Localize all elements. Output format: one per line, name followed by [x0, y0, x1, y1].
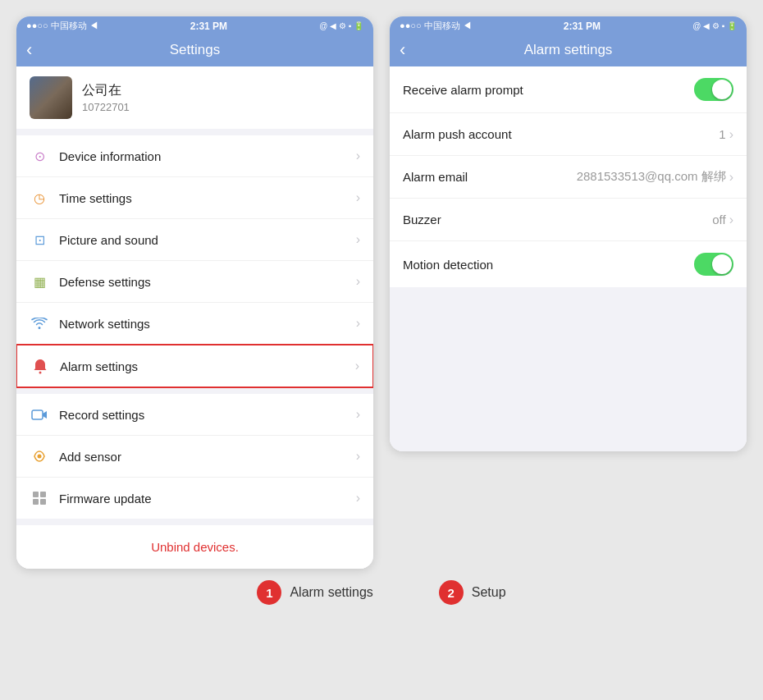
- status-left-2: ●●○○ 中国移动 ◀: [400, 20, 472, 32]
- menu-label-firmware-update: Firmware update: [59, 492, 356, 506]
- toggle-knob-receive: [712, 80, 732, 99]
- status-center-2: 2:31 PM: [564, 21, 601, 32]
- gray-background: [390, 287, 747, 451]
- chevron-record-settings: ›: [356, 407, 360, 422]
- menu-label-alarm-settings: Alarm settings: [60, 359, 355, 373]
- menu-item-defense-settings[interactable]: ▦ Defense settings ›: [16, 261, 373, 303]
- menu-label-network-settings: Network settings: [59, 317, 356, 331]
- phone-1: ●●○○ 中国移动 ◀ 2:31 PM @ ◀ ⚙ ▪ 🔋 ‹ Settings…: [16, 16, 373, 569]
- chevron-network-settings: ›: [356, 316, 360, 331]
- settings-content: 公司在 10722701 ⊙ Device information › ◷ Ti…: [16, 66, 373, 569]
- time-icon: ◷: [30, 188, 49, 208]
- toggle-knob-motion: [712, 254, 732, 274]
- menu-item-firmware-update[interactable]: Firmware update ›: [16, 478, 373, 519]
- setting-buzzer[interactable]: Buzzer off ›: [390, 199, 747, 241]
- menu-item-add-sensor[interactable]: Add sensor ›: [16, 436, 373, 478]
- setting-receive-alarm[interactable]: Receive alarm prompt: [390, 66, 747, 113]
- nav-bar-2: ‹ Alarm settings: [390, 35, 747, 66]
- menu-label-time-settings: Time settings: [59, 191, 356, 205]
- wifi-icon: [30, 313, 49, 333]
- nav-title-2: Alarm settings: [524, 42, 613, 58]
- menu-label-record-settings: Record settings: [59, 408, 356, 422]
- menu-item-record-settings[interactable]: Record settings ›: [16, 394, 373, 436]
- phone-2: ●●○○ 中国移动 ◀ 2:31 PM @ ◀ ⚙ ▪ 🔋 ‹ Alarm se…: [390, 16, 747, 451]
- setting-alarm-push[interactable]: Alarm push account 1 ›: [390, 113, 747, 156]
- status-left-1: ●●○○ 中国移动 ◀: [26, 20, 98, 32]
- unbind-text[interactable]: Unbind devices.: [151, 540, 239, 554]
- menu-item-device-info[interactable]: ⊙ Device information ›: [16, 135, 373, 177]
- chevron-picture-sound: ›: [356, 232, 360, 247]
- status-bar-1: ●●○○ 中国移动 ◀ 2:31 PM @ ◀ ⚙ ▪ 🔋: [16, 16, 373, 35]
- device-profile: 公司在 10722701: [16, 66, 373, 129]
- chevron-alarm-push: ›: [729, 127, 733, 142]
- buzzer-value: off: [712, 213, 725, 226]
- svg-point-0: [39, 372, 42, 374]
- alarm-email-value: 2881533513@qq.com 解绑: [577, 169, 726, 185]
- menu-item-time-settings[interactable]: ◷ Time settings ›: [16, 177, 373, 219]
- receive-alarm-label: Receive alarm prompt: [403, 83, 694, 97]
- unbind-section[interactable]: Unbind devices.: [16, 525, 373, 569]
- chevron-device-info: ›: [356, 149, 360, 163]
- device-id: 10722701: [82, 101, 130, 113]
- svg-rect-6: [40, 499, 46, 505]
- bottom-labels: 1 Alarm settings 2 Setup: [16, 580, 747, 605]
- camera-icon: ⊡: [30, 230, 49, 249]
- menu-item-alarm-settings[interactable]: Alarm settings ›: [16, 344, 373, 388]
- bottom-label-1: 1 Alarm settings: [257, 580, 372, 605]
- status-right-1: @ ◀ ⚙ ▪ 🔋: [319, 21, 363, 30]
- menu-label-device-info: Device information: [59, 149, 356, 163]
- menu-label-add-sensor: Add sensor: [59, 450, 356, 464]
- alarm-icon: [30, 356, 50, 376]
- buzzer-label: Buzzer: [403, 213, 712, 226]
- step-2-text: Setup: [472, 585, 506, 600]
- alarm-settings-content: Receive alarm prompt Alarm push account …: [390, 66, 747, 451]
- svg-rect-4: [40, 492, 46, 497]
- chevron-buzzer: ›: [729, 213, 733, 227]
- svg-point-2: [38, 455, 42, 459]
- step-2-circle: 2: [439, 580, 464, 605]
- chevron-alarm-settings: ›: [355, 359, 359, 373]
- svg-rect-3: [33, 492, 39, 497]
- nav-title-1: Settings: [170, 42, 220, 58]
- menu-item-network-settings[interactable]: Network settings ›: [16, 303, 373, 345]
- step-1-circle: 1: [257, 580, 281, 605]
- back-button-1[interactable]: ‹: [26, 41, 32, 59]
- menu-item-picture-sound[interactable]: ⊡ Picture and sound ›: [16, 219, 373, 261]
- device-icon: ⊙: [30, 146, 49, 166]
- back-button-2[interactable]: ‹: [400, 41, 405, 59]
- setting-alarm-email[interactable]: Alarm email 2881533513@qq.com 解绑 ›: [390, 156, 747, 199]
- bottom-label-2: 2 Setup: [439, 580, 506, 605]
- menu-section: ⊙ Device information › ◷ Time settings ›…: [16, 135, 373, 388]
- svg-rect-1: [32, 410, 43, 419]
- shield-icon: ▦: [30, 272, 49, 291]
- device-thumbnail: [30, 76, 72, 119]
- motion-detection-toggle[interactable]: [694, 253, 733, 276]
- alarm-email-label: Alarm email: [403, 170, 577, 184]
- alarm-push-value: 1: [719, 127, 725, 141]
- svg-rect-5: [33, 499, 39, 505]
- menu-label-picture-sound: Picture and sound: [59, 233, 356, 247]
- menu-label-defense-settings: Defense settings: [59, 275, 356, 289]
- record-icon: [30, 405, 49, 424]
- motion-detection-label: Motion detection: [403, 258, 694, 272]
- alarm-settings-list: Receive alarm prompt Alarm push account …: [390, 66, 747, 287]
- status-bar-2: ●●○○ 中国移动 ◀ 2:31 PM @ ◀ ⚙ ▪ 🔋: [390, 16, 747, 35]
- nav-bar-1: ‹ Settings: [16, 35, 373, 66]
- chevron-alarm-email: ›: [729, 170, 733, 185]
- alarm-push-label: Alarm push account: [403, 127, 719, 141]
- step-1-text: Alarm settings: [290, 585, 372, 600]
- setting-motion-detection[interactable]: Motion detection: [390, 241, 747, 287]
- chevron-defense-settings: ›: [356, 274, 360, 289]
- device-info-text: 公司在 10722701: [82, 82, 130, 113]
- chevron-firmware-update: ›: [356, 491, 360, 506]
- chevron-time-settings: ›: [356, 190, 360, 205]
- chevron-add-sensor: ›: [356, 449, 360, 464]
- receive-alarm-toggle[interactable]: [694, 78, 733, 101]
- firmware-icon: [30, 488, 49, 508]
- menu-section-2: Record settings › Add sensor ›: [16, 394, 373, 519]
- status-right-2: @ ◀ ⚙ ▪ 🔋: [692, 21, 737, 30]
- device-name: 公司在: [82, 82, 130, 99]
- device-thumb-img: [30, 76, 72, 119]
- sensor-icon: [30, 446, 49, 466]
- status-center-1: 2:31 PM: [190, 21, 227, 32]
